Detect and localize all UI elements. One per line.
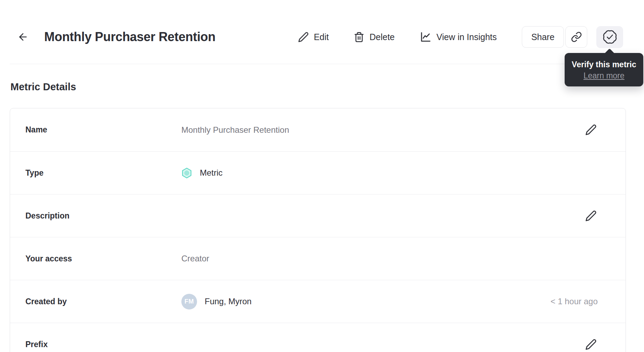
metric-details-card: Name Monthly Purchaser Retention Type (10, 108, 626, 352)
row-value: Monthly Purchaser Retention (181, 125, 289, 135)
metric-hexagon-icon (181, 168, 192, 178)
arrow-left-icon (17, 31, 29, 43)
row-label: Name (25, 125, 181, 135)
detail-row-name: Name Monthly Purchaser Retention (10, 108, 626, 151)
row-label: Description (25, 211, 181, 221)
detail-row-created-by: Created by FM Fung, Myron < 1 hour ago (10, 280, 626, 323)
row-label: Prefix (25, 340, 181, 349)
row-label: Type (25, 168, 181, 178)
header-actions: Edit Delete View in Insights S (298, 26, 623, 48)
edit-button[interactable]: Edit (298, 32, 329, 43)
row-value: FM Fung, Myron (181, 294, 252, 309)
copy-link-button[interactable] (565, 26, 587, 48)
header: Monthly Purchaser Retention Edit Delete (0, 24, 644, 49)
pencil-icon (585, 339, 597, 350)
page-title: Monthly Purchaser Retention (44, 30, 215, 44)
row-label: Created by (25, 297, 181, 306)
tooltip-caret (604, 48, 615, 60)
row-value: Creator (181, 254, 209, 263)
link-icon (571, 31, 582, 43)
row-label: Your access (25, 254, 181, 263)
pencil-icon (585, 124, 597, 136)
detail-row-prefix: Prefix (10, 323, 626, 352)
pencil-icon (298, 32, 309, 43)
delete-button-label: Delete (369, 32, 394, 42)
back-button[interactable] (16, 30, 30, 44)
edit-prefix-button[interactable] (584, 337, 598, 351)
detail-row-description: Description (10, 194, 626, 237)
view-in-insights-button[interactable]: View in Insights (420, 31, 497, 43)
created-by-name: Fung, Myron (205, 297, 252, 306)
avatar: FM (181, 294, 197, 309)
row-value: Metric (181, 168, 222, 178)
trash-icon (354, 32, 364, 43)
pencil-icon (585, 210, 597, 222)
header-divider (10, 64, 634, 64)
section-heading: Metric Details (10, 81, 76, 93)
edit-name-button[interactable] (584, 123, 598, 137)
edit-description-button[interactable] (584, 209, 598, 223)
created-time: < 1 hour ago (551, 297, 598, 306)
detail-row-your-access: Your access Creator (10, 237, 626, 280)
share-button[interactable]: Share (522, 26, 564, 48)
share-button-label: Share (531, 32, 555, 42)
view-in-insights-label: View in Insights (437, 32, 497, 42)
detail-row-type: Type Metric (10, 151, 626, 194)
edit-button-label: Edit (314, 32, 329, 42)
line-chart-icon (420, 31, 432, 43)
verified-badge-icon (602, 29, 618, 45)
tooltip-title: Verify this metric (568, 59, 640, 70)
tooltip-learn-more-link[interactable]: Learn more (583, 70, 625, 81)
delete-button[interactable]: Delete (354, 32, 394, 43)
verify-metric-button[interactable] (596, 26, 623, 48)
verify-tooltip: Verify this metric Learn more (565, 53, 643, 86)
type-value-label: Metric (200, 168, 222, 178)
